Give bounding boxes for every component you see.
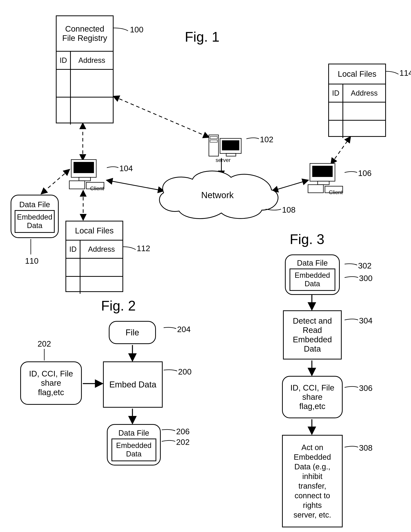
data-file-206: Data File Embedded Data: [107, 424, 161, 466]
ref-202b: 202: [176, 437, 190, 447]
embedded-data-300: Embedded Data: [290, 268, 335, 291]
ref-112: 112: [137, 244, 150, 253]
ref-306: 306: [359, 384, 373, 393]
figure-2-title: Fig. 2: [101, 298, 136, 314]
server-label: server: [216, 157, 231, 163]
svg-rect-22: [318, 181, 329, 185]
data-file-206-title: Data File: [119, 428, 149, 438]
figure-3-title: Fig. 3: [290, 231, 324, 247]
svg-line-4: [331, 137, 350, 164]
local-files-114: Local Files ID Address: [328, 64, 386, 137]
lf114-id-header: ID: [329, 85, 343, 102]
detect-read-304: Detect and Read Embedded Data: [283, 310, 342, 360]
svg-line-1: [114, 96, 209, 137]
lf112-id-header: ID: [66, 241, 81, 258]
ref-308: 308: [359, 443, 373, 453]
registry-title: Connected File Registry: [57, 16, 113, 51]
ref-110: 110: [25, 256, 38, 266]
data-file-302: Data File Embedded Data: [285, 255, 340, 295]
ref-108: 108: [282, 205, 295, 215]
svg-line-2: [41, 170, 69, 194]
embed-data-200: Embed Data: [103, 361, 163, 408]
svg-rect-17: [79, 177, 91, 181]
registry-address-header: Address: [71, 52, 113, 69]
lf112-address-header: Address: [81, 241, 122, 258]
local-files-112: Local Files ID Address: [65, 221, 123, 292]
figure-1-title: Fig. 1: [185, 29, 219, 45]
svg-rect-9: [209, 135, 219, 156]
ref-106: 106: [358, 169, 372, 178]
svg-line-6: [107, 180, 164, 191]
ref-102: 102: [260, 135, 273, 144]
network-label: Network: [201, 190, 234, 200]
ref-114: 114: [400, 68, 411, 78]
act-on-308: Act on Embedded Data (e.g., inhibit tran…: [282, 435, 343, 527]
ref-202a: 202: [37, 339, 51, 349]
ref-200: 200: [178, 367, 192, 376]
ref-204: 204: [177, 325, 191, 334]
registry-id-header: ID: [57, 52, 71, 69]
svg-rect-12: [220, 138, 241, 153]
svg-rect-13: [222, 140, 239, 150]
svg-rect-14: [226, 153, 236, 156]
embedded-data-206: Embedded Data: [111, 438, 156, 461]
svg-rect-23: [308, 185, 323, 193]
data-file-110-title: Data File: [19, 200, 50, 210]
ref-302: 302: [358, 261, 372, 270]
ref-104: 104: [119, 164, 133, 173]
local-files-112-title: Local Files: [66, 221, 122, 240]
svg-rect-10: [210, 136, 217, 139]
connected-file-registry: Connected File Registry ID Address: [56, 15, 114, 123]
id-cci-202: ID, CCI, File share flag,etc: [20, 361, 82, 405]
file-204: File: [109, 321, 156, 344]
svg-rect-16: [73, 162, 94, 173]
client-106-label: Client: [329, 189, 343, 195]
id-cci-306: ID, CCI, File share flag,etc: [282, 376, 343, 418]
data-file-110: Data File Embedded Data: [11, 195, 59, 238]
ref-300: 300: [359, 274, 373, 283]
ref-100: 100: [130, 25, 143, 34]
svg-rect-15: [71, 160, 96, 177]
svg-rect-11: [210, 140, 217, 142]
svg-rect-21: [312, 166, 333, 177]
data-file-302-title: Data File: [297, 258, 328, 268]
local-files-114-title: Local Files: [329, 64, 385, 84]
svg-rect-18: [69, 181, 85, 189]
lf114-address-header: Address: [343, 85, 385, 102]
ref-304: 304: [359, 316, 373, 325]
svg-rect-20: [310, 163, 335, 181]
svg-line-7: [272, 180, 308, 191]
ref-206: 206: [176, 427, 190, 436]
embedded-data-110: Embedded Data: [15, 210, 55, 233]
client-104-label: Client: [90, 185, 104, 192]
